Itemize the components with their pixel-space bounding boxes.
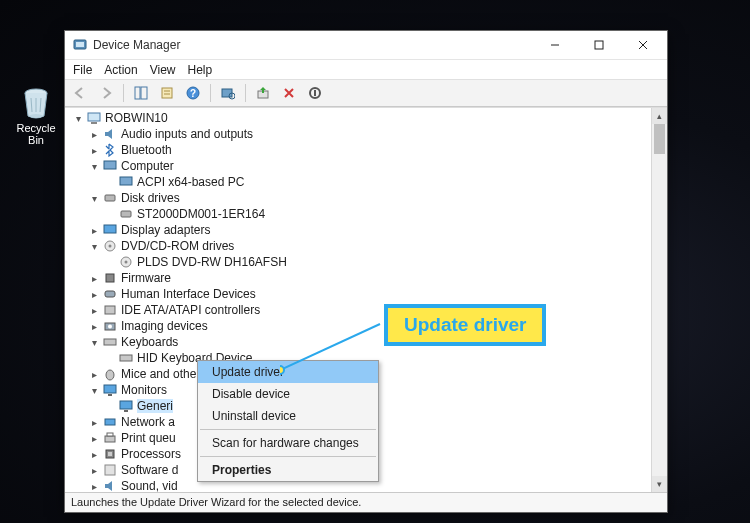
properties-button[interactable] xyxy=(156,82,178,104)
tree-display[interactable]: ▸Display adapters xyxy=(89,222,667,238)
tree-bluetooth[interactable]: ▸Bluetooth xyxy=(89,142,667,158)
chevron-right-icon[interactable]: ▸ xyxy=(89,433,99,443)
svg-rect-45 xyxy=(108,452,112,456)
chevron-right-icon[interactable]: ▸ xyxy=(89,417,99,427)
chevron-right-icon[interactable]: ▸ xyxy=(89,449,99,459)
scrollbar-thumb[interactable] xyxy=(654,124,665,154)
tree-hid[interactable]: ▸Human Interface Devices xyxy=(89,286,667,302)
menu-file[interactable]: File xyxy=(73,63,92,77)
chevron-down-icon[interactable]: ▾ xyxy=(89,385,99,395)
chevron-right-icon[interactable]: ▸ xyxy=(89,145,99,155)
context-menu-properties[interactable]: Properties xyxy=(198,459,378,481)
forward-button[interactable] xyxy=(95,82,117,104)
tree-audio[interactable]: ▸Audio inputs and outputs xyxy=(89,126,667,142)
svg-rect-19 xyxy=(91,122,97,124)
svg-rect-39 xyxy=(120,401,132,409)
chevron-right-icon[interactable]: ▸ xyxy=(89,481,99,491)
grid-icon xyxy=(134,86,148,100)
monitor-icon xyxy=(119,399,133,413)
context-menu-separator xyxy=(200,456,376,457)
svg-rect-38 xyxy=(108,394,112,396)
scroll-down-icon[interactable]: ▾ xyxy=(652,476,667,492)
disc-icon xyxy=(119,255,133,269)
menu-help[interactable]: Help xyxy=(188,63,213,77)
vertical-scrollbar[interactable]: ▴ ▾ xyxy=(651,108,667,492)
svg-text:?: ? xyxy=(190,88,196,99)
disable-device-button[interactable] xyxy=(304,82,326,104)
chevron-right-icon[interactable]: ▸ xyxy=(89,321,99,331)
tree-root[interactable]: ▾ ROBWIN10 xyxy=(73,110,667,126)
chevron-down-icon[interactable]: ▾ xyxy=(89,241,99,251)
context-menu-uninstall-device[interactable]: Uninstall device xyxy=(198,405,378,427)
svg-rect-7 xyxy=(135,87,140,99)
update-driver-button[interactable] xyxy=(252,82,274,104)
arrow-right-icon xyxy=(99,86,113,100)
chevron-right-icon[interactable]: ▸ xyxy=(89,273,99,283)
menu-action[interactable]: Action xyxy=(104,63,137,77)
tree-dvd[interactable]: ▾DVD/CD-ROM drives xyxy=(89,238,667,254)
chevron-right-icon[interactable]: ▸ xyxy=(89,129,99,139)
chevron-down-icon[interactable]: ▾ xyxy=(89,193,99,203)
tree-monitors-child[interactable]: Generi xyxy=(105,398,667,414)
help-button[interactable]: ? xyxy=(182,82,204,104)
chevron-down-icon[interactable]: ▾ xyxy=(89,161,99,171)
tree-disk-child[interactable]: ST2000DM001-1ER164 xyxy=(105,206,667,222)
tree-computer[interactable]: ▾Computer xyxy=(89,158,667,174)
tree-disk[interactable]: ▾Disk drives xyxy=(89,190,667,206)
chevron-right-icon[interactable]: ▸ xyxy=(89,289,99,299)
context-menu-disable-device[interactable]: Disable device xyxy=(198,383,378,405)
svg-rect-18 xyxy=(88,113,100,121)
disk-icon xyxy=(103,191,117,205)
svg-point-33 xyxy=(108,325,112,329)
keyboard-icon xyxy=(103,335,117,349)
svg-rect-40 xyxy=(124,410,128,412)
recycle-bin-desktop-icon[interactable]: Recycle Bin xyxy=(8,86,64,146)
svg-rect-23 xyxy=(121,211,131,217)
monitor-icon xyxy=(103,383,117,397)
bluetooth-icon xyxy=(103,143,117,157)
chevron-right-icon[interactable]: ▸ xyxy=(89,369,99,379)
svg-rect-35 xyxy=(120,355,132,361)
callout-text: Update driver xyxy=(404,314,526,335)
computer-icon xyxy=(119,175,133,189)
cpu-icon xyxy=(103,447,117,461)
close-button[interactable] xyxy=(621,31,665,59)
uninstall-device-button[interactable] xyxy=(278,82,300,104)
scan-hardware-button[interactable] xyxy=(217,82,239,104)
controller-icon xyxy=(103,303,117,317)
tree-computer-child[interactable]: ACPI x64-based PC xyxy=(105,174,667,190)
chevron-right-icon[interactable]: ▸ xyxy=(89,225,99,235)
window-title: Device Manager xyxy=(93,38,180,52)
scan-icon xyxy=(221,86,235,100)
chevron-right-icon[interactable]: ▸ xyxy=(89,305,99,315)
scroll-up-icon[interactable]: ▴ xyxy=(652,108,667,124)
svg-line-49 xyxy=(280,324,380,370)
recycle-bin-label: Recycle Bin xyxy=(8,122,64,146)
tree-firmware[interactable]: ▸Firmware xyxy=(89,270,667,286)
svg-rect-42 xyxy=(105,436,115,442)
tree-dvd-child[interactable]: PLDS DVD-RW DH16AFSH xyxy=(105,254,667,270)
arrow-left-icon xyxy=(73,86,87,100)
svg-rect-37 xyxy=(104,385,116,393)
minimize-button[interactable] xyxy=(533,31,577,59)
context-menu-scan-hardware[interactable]: Scan for hardware changes xyxy=(198,432,378,454)
svg-rect-9 xyxy=(162,88,172,98)
sound-icon xyxy=(103,479,117,492)
computer-icon xyxy=(103,159,117,173)
titlebar[interactable]: Device Manager xyxy=(65,31,667,59)
chevron-down-icon[interactable]: ▾ xyxy=(73,113,83,123)
disc-icon xyxy=(103,239,117,253)
svg-rect-21 xyxy=(120,177,132,185)
menu-view[interactable]: View xyxy=(150,63,176,77)
chevron-down-icon[interactable]: ▾ xyxy=(89,337,99,347)
chevron-right-icon[interactable]: ▸ xyxy=(89,465,99,475)
tree-ide[interactable]: ▸IDE ATA/ATAPI controllers xyxy=(89,302,667,318)
svg-rect-24 xyxy=(104,225,116,233)
svg-point-50 xyxy=(280,366,284,374)
back-button[interactable] xyxy=(69,82,91,104)
svg-rect-8 xyxy=(141,87,147,99)
show-hide-tree-button[interactable] xyxy=(130,82,152,104)
toolbar: ? xyxy=(65,79,667,107)
maximize-button[interactable] xyxy=(577,31,621,59)
printer-icon xyxy=(103,431,117,445)
